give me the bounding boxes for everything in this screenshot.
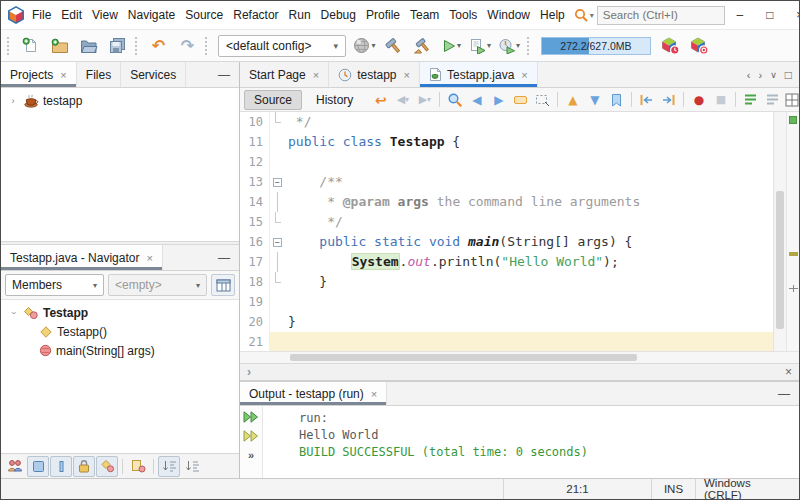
- profile-caret-button[interactable]: ▾: [496, 32, 523, 59]
- horizontal-scrollbar[interactable]: [240, 351, 799, 363]
- menu-edit[interactable]: Edit: [56, 1, 87, 29]
- inherited-filter-button[interactable]: [4, 456, 26, 477]
- toggle-bookmark-button[interactable]: [606, 90, 627, 110]
- menu-file[interactable]: File: [27, 1, 56, 29]
- new-file-button[interactable]: [17, 32, 44, 59]
- minimize-panel-icon[interactable]: —: [209, 245, 239, 270]
- close-icon[interactable]: ×: [785, 365, 792, 379]
- code-line-11[interactable]: 11public class Testapp {: [240, 132, 773, 152]
- code-line-17[interactable]: 17 System.out.println("Hello World");: [240, 252, 773, 272]
- code-line-21[interactable]: 21: [240, 332, 773, 351]
- toolbar-grip[interactable]: [135, 37, 139, 55]
- search-input[interactable]: [597, 6, 725, 25]
- code-line-19[interactable]: 19: [240, 292, 773, 312]
- rect-select-button[interactable]: [532, 90, 553, 110]
- menu-profile[interactable]: Profile: [361, 1, 405, 29]
- fold-collapse-icon[interactable]: −: [273, 178, 282, 187]
- error-stripe[interactable]: [786, 112, 799, 351]
- tab-navigator[interactable]: Testapp.java - Navigator ×: [1, 245, 163, 270]
- clean-build-button[interactable]: [409, 32, 436, 59]
- macro-stop-button[interactable]: ■: [710, 90, 731, 110]
- next-bookmark-button[interactable]: ▼: [584, 90, 605, 110]
- toolbar-grip[interactable]: [7, 37, 11, 55]
- caret-mark[interactable]: [789, 288, 798, 289]
- static-filter-button[interactable]: [50, 456, 72, 477]
- tab-start-page[interactable]: Start Page×: [240, 62, 329, 87]
- close-icon[interactable]: ×: [60, 69, 66, 81]
- code-line-20[interactable]: 20}: [240, 312, 773, 332]
- last-edit-button[interactable]: ↩: [370, 90, 391, 110]
- menu-navigate[interactable]: Navigate: [123, 1, 180, 29]
- line-ending[interactable]: Windows (CRLF): [695, 479, 799, 499]
- expander-icon[interactable]: ›: [7, 308, 19, 318]
- code-line-10[interactable]: 10 */: [240, 112, 773, 132]
- toolbar-grip[interactable]: [527, 37, 531, 55]
- close-icon[interactable]: ×: [404, 69, 410, 81]
- prev-bookmark-button[interactable]: ▲: [562, 90, 583, 110]
- more-button[interactable]: »: [248, 449, 254, 461]
- find-prev-button[interactable]: ◀: [466, 90, 487, 110]
- code-line-15[interactable]: 15 */: [240, 212, 773, 232]
- fold-collapse-icon[interactable]: −: [273, 238, 282, 247]
- shift-right-button[interactable]: [658, 90, 679, 110]
- tab-output[interactable]: Output - testapp (run) ×: [240, 382, 387, 405]
- inner-filter-button[interactable]: [96, 456, 118, 477]
- globe-caret-button[interactable]: ▾: [351, 32, 378, 59]
- uncomment-button[interactable]: [762, 90, 783, 110]
- scroll-tabs-left-icon[interactable]: ‹: [744, 69, 754, 81]
- rerun-alt-button[interactable]: [243, 430, 259, 442]
- close-icon[interactable]: ×: [521, 69, 527, 81]
- tree-item-testapp-[interactable]: Testapp(): [1, 322, 239, 341]
- close-icon[interactable]: ×: [313, 69, 319, 81]
- vertical-scrollbar[interactable]: [773, 112, 786, 351]
- fields-filter-button[interactable]: [27, 456, 49, 477]
- menu-view[interactable]: View: [87, 1, 123, 29]
- show-anon-filter-button[interactable]: [127, 456, 149, 477]
- config-select[interactable]: <default config>▾: [218, 35, 346, 57]
- tab-services[interactable]: Services: [121, 62, 186, 87]
- open-project-button[interactable]: [75, 32, 102, 59]
- find-next-button[interactable]: ▶: [488, 90, 509, 110]
- fold-margin[interactable]: −: [270, 232, 285, 252]
- sort-alpha-filter-button[interactable]: [181, 456, 203, 477]
- code-line-13[interactable]: 13− /**: [240, 172, 773, 192]
- tab-projects[interactable]: Projects×: [1, 62, 77, 87]
- no-errors-badge[interactable]: [789, 116, 797, 124]
- close-icon[interactable]: ×: [371, 388, 377, 400]
- new-project-button[interactable]: [46, 32, 73, 59]
- highlight-button[interactable]: [510, 90, 531, 110]
- run-caret-button[interactable]: ▾: [438, 32, 465, 59]
- search-caret-icon[interactable]: ▾: [590, 11, 594, 20]
- vertical-scrollbar-thumb[interactable]: [776, 191, 784, 330]
- toolbar-grip[interactable]: [205, 37, 209, 55]
- code-line-14[interactable]: 14 * @param args the command line argume…: [240, 192, 773, 212]
- tree-item-testapp[interactable]: ›testapp: [1, 91, 239, 110]
- maximize-editor-icon[interactable]: □: [782, 68, 795, 82]
- tab-files[interactable]: Files: [77, 62, 121, 87]
- minimize-panel-icon[interactable]: —: [209, 62, 239, 87]
- menu-source[interactable]: Source: [180, 1, 228, 29]
- comment-button[interactable]: [740, 90, 761, 110]
- horizontal-scrollbar-thumb[interactable]: [290, 354, 637, 361]
- split-editor-icon[interactable]: [785, 90, 799, 110]
- nav-back-button[interactable]: ◀▾: [392, 90, 413, 110]
- maximize-button[interactable]: □: [755, 1, 785, 29]
- find-button[interactable]: [444, 90, 465, 110]
- debug-caret-button[interactable]: ▾: [467, 32, 494, 59]
- rerun-button[interactable]: [243, 411, 259, 423]
- tree-item-main-string-args-[interactable]: main(String[] args): [1, 341, 239, 360]
- close-button[interactable]: ×: [785, 1, 800, 29]
- menu-run[interactable]: Run: [284, 1, 316, 29]
- close-icon[interactable]: ×: [146, 252, 152, 264]
- history-view-button[interactable]: History: [307, 91, 362, 109]
- code-line-12[interactable]: 12: [240, 152, 773, 172]
- minimize-button[interactable]: –: [725, 1, 755, 29]
- nav-forward-button[interactable]: ▶▾: [414, 90, 435, 110]
- scroll-tabs-right-icon[interactable]: ›: [755, 69, 765, 81]
- tab-list-icon[interactable]: ∨: [767, 70, 780, 80]
- warning-mark[interactable]: [789, 252, 798, 256]
- insert-mode[interactable]: INS: [651, 479, 695, 499]
- expander-icon[interactable]: ›: [7, 96, 19, 106]
- tab-testapp-java[interactable]: Testapp.java×: [420, 62, 538, 87]
- redo-button[interactable]: ↷: [174, 32, 201, 59]
